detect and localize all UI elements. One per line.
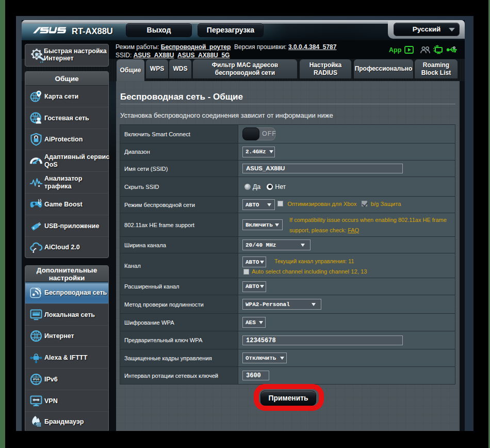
svg-text:IPV6: IPV6 (33, 378, 40, 381)
